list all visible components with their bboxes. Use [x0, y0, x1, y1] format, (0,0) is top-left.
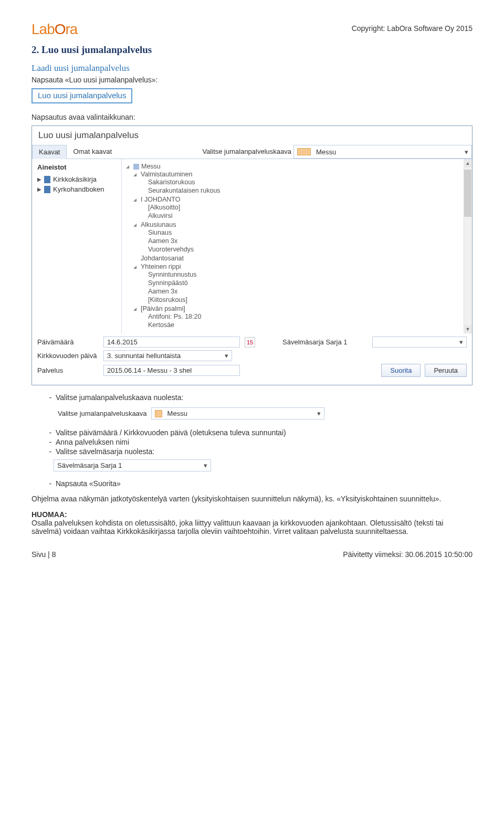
bullet-item: Valitse sävelmäsarja nuolesta: [56, 447, 472, 456]
dialog-tabs: Kaavat Omat kaavat Valitse jumalanpalvel… [32, 145, 472, 159]
calendar-icon[interactable]: 15 [245, 337, 255, 348]
tree-node[interactable]: Sakaristorukous [141, 178, 468, 186]
sarja-dropdown[interactable]: ▾ [372, 337, 467, 348]
sidebar-aineistot: Aineistot ▶Kirkkokäsikirja ▶Kyrkohandbok… [32, 159, 121, 333]
create-service-button[interactable]: Luo uusi jumalanpalvelus [32, 88, 132, 103]
tree-node[interactable]: Alkuvirsi [141, 212, 468, 220]
chevron-down-icon: ▾ [459, 338, 463, 346]
kirkkovuoden-dropdown[interactable]: 3. sunnuntai helluntaista▾ [103, 350, 232, 361]
paragraph: Ohjelma avaa näkymän jatkotyöskentelyä v… [32, 495, 472, 503]
page-number: Sivu | 8 [32, 550, 56, 559]
inline-select-label: Valitse jumalanpalveluskaava [58, 410, 147, 417]
tree-node[interactable]: Synnintunnustus [141, 270, 468, 279]
tree-node[interactable]: [Alkusoitto] [141, 203, 468, 212]
tree-node[interactable]: [Päivän psalmi]Antifoni: Ps. 18:20Kertos… [133, 304, 468, 330]
book-icon [44, 176, 50, 183]
expand-icon: ▶ [37, 186, 41, 192]
kaava-value: Messu [314, 146, 461, 158]
date-input[interactable]: 14.6.2015 [103, 337, 240, 348]
tree-node[interactable]: MessuValmistautuminenSakaristorukousSeur… [126, 162, 468, 330]
kaava-value: Messu [165, 408, 314, 419]
flag-icon [133, 164, 139, 170]
palvelus-label: Palvelus [37, 366, 100, 374]
tree-node[interactable]: Antifoni: Ps. 18:20 [141, 312, 468, 321]
page-footer: Sivu | 8 Päivitetty viimeksi: 30.06.2015… [32, 550, 472, 559]
tree-node[interactable]: Aamen 3x [141, 237, 468, 245]
note: HUOMAA:Osalla palveluksen kohdista on ol… [32, 510, 472, 536]
template-tree: ▲▼ MessuValmistautuminenSakaristorukousS… [121, 159, 472, 333]
section-subheading: Laadi uusi jumalanpalvelus [32, 63, 472, 74]
bullet-item: Napsauta «Suorita» [56, 479, 472, 488]
peruuta-button[interactable]: Peruuta [425, 364, 467, 377]
palvelus-input[interactable]: 2015.06.14 - Messu - 3 shel [103, 365, 240, 376]
dialog-title: Luo uusi jumalanpalvelus [32, 126, 472, 145]
sarja-dropdown-inline[interactable]: Sävelmäsarja Sarja 1 ▾ [54, 459, 211, 471]
expand-icon: ▶ [37, 176, 41, 182]
tree-node[interactable]: Johdantosanat [133, 254, 468, 262]
tree-node[interactable]: Kertosäe [141, 321, 468, 329]
copyright: Copyright: LabOra Software Oy 2015 [32, 24, 472, 33]
bullet-item: Anna palveluksen nimi [56, 437, 472, 447]
chevron-down-icon: ▾ [225, 352, 228, 360]
tree-node[interactable]: Siunaus [141, 228, 468, 237]
sidebar-item[interactable]: ▶Kirkkokäsikirja [37, 174, 116, 184]
template-icon [297, 148, 311, 155]
section-heading: 2. Luo uusi jumalanpalvelus [32, 44, 472, 56]
sarja-value: Sävelmäsarja Sarja 1 [57, 461, 122, 469]
tree-node[interactable]: ValmistautuminenSakaristorukousSeurakunt… [133, 170, 468, 195]
kirkkovuoden-label: Kirkkovuoden päivä [37, 352, 100, 360]
bullet-item: Valitse päivämäärä / Kirkkovuoden päivä … [56, 428, 472, 437]
chevron-down-icon: ▾ [461, 148, 471, 156]
bullet-item: Valitse jumalanpalveluskaava nuolesta: [56, 393, 472, 402]
tree-node[interactable]: Synninpäästö [141, 279, 468, 287]
kaava-dropdown-inline[interactable]: Messu ▾ [151, 407, 324, 419]
sidebar-item[interactable]: ▶Kyrkohandboken [37, 184, 116, 194]
tree-node[interactable]: Vuorotervehdys [141, 245, 468, 254]
chevron-down-icon: ▾ [314, 410, 324, 417]
sarja-label: Sävelmäsarja Sarja 1 [282, 338, 348, 346]
date-label: Päivämäärä [37, 338, 100, 346]
sidebar-heading: Aineistot [37, 163, 116, 171]
tree-node[interactable]: Yhteinen rippiSynnintunnustusSynninpääst… [133, 262, 468, 304]
template-icon [155, 410, 162, 417]
tab-kaavat[interactable]: Kaavat [32, 145, 67, 159]
tree-node[interactable]: I JOHDANTO[Alkusoitto]Alkuvirsi [133, 195, 468, 220]
book-icon [44, 186, 50, 193]
kaava-dropdown[interactable]: Messu ▾ [293, 145, 472, 159]
suorita-button[interactable]: Suorita [381, 364, 421, 377]
kaava-select-label: Valitse jumalanpalveluskaava [196, 145, 293, 159]
tree-node[interactable]: AlkusiunausSiunausAamen 3xVuorotervehdys [133, 220, 468, 254]
tree-node[interactable]: [Kiitosrukous] [141, 296, 468, 304]
instruction-text: Napsauta «Luo uusi jumalanpalvelus»: [32, 76, 472, 84]
last-updated: Päivitetty viimeksi: 30.06.2015 10:50:00 [343, 550, 472, 559]
instruction-text: Napsautus avaa valintaikkunan: [32, 113, 472, 121]
tab-omat-kaavat[interactable]: Omat kaavat [67, 145, 118, 159]
tree-node[interactable]: Seurakuntalaisen rukous [141, 186, 468, 195]
chevron-down-icon: ▾ [204, 461, 207, 469]
tree-node[interactable]: Aamen 3x [141, 287, 468, 296]
dialog-footer: Päivämäärä 14.6.2015 15 Sävelmäsarja Sar… [32, 333, 472, 385]
create-service-dialog: Luo uusi jumalanpalvelus Kaavat Omat kaa… [32, 125, 472, 385]
